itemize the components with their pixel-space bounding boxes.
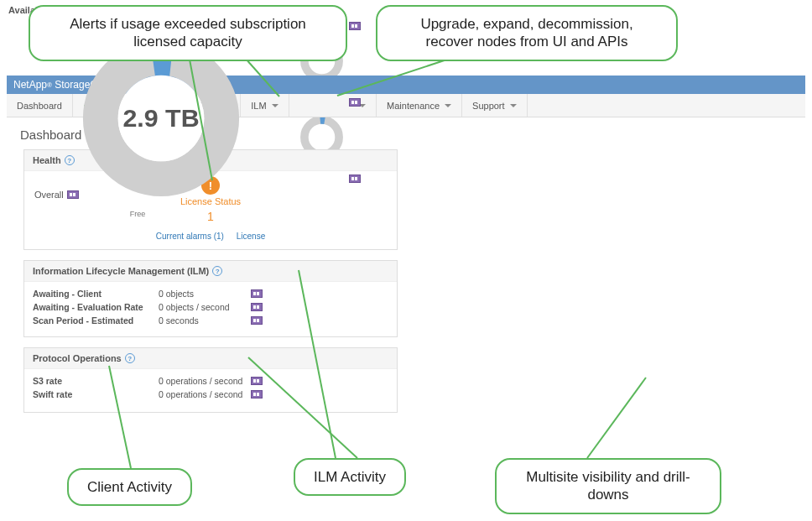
chevron-down-icon xyxy=(272,104,278,107)
callout-client-activity: Client Activity xyxy=(67,468,192,506)
ilm-row: Awaiting - Client 0 objects xyxy=(33,289,388,299)
free-label: Free xyxy=(8,210,267,218)
nav-configuration[interactable]: Configuration xyxy=(289,94,377,117)
chart-icon[interactable] xyxy=(251,390,263,399)
chart-icon[interactable] xyxy=(67,190,79,199)
protocol-row: S3 rate 0 operations / second xyxy=(33,376,388,386)
protocol-panel: Protocol Operations ? S3 rate 0 operatio… xyxy=(23,347,398,413)
chart-icon[interactable] xyxy=(251,316,263,325)
chart-icon[interactable] xyxy=(349,175,361,183)
chevron-down-icon xyxy=(445,104,451,107)
overall-label: Overall xyxy=(34,190,64,200)
ilm-row: Awaiting - Evaluation Rate 0 objects / s… xyxy=(33,302,388,312)
help-icon[interactable]: ? xyxy=(125,353,135,363)
ilm-row: Scan Period - Estimated 0 seconds xyxy=(33,315,388,326)
callout-alerts: Alerts if usage exceeded subscription li… xyxy=(29,5,347,61)
callout-maintenance: Upgrade, expand, decommission, recover n… xyxy=(376,5,678,61)
chevron-down-icon xyxy=(510,104,517,107)
ilm-panel: Information Lifecycle Management (ILM) ?… xyxy=(23,260,398,337)
chart-icon[interactable] xyxy=(349,22,361,30)
chart-icon[interactable] xyxy=(251,377,263,385)
callout-multisite: Multisite visibility and drill-downs xyxy=(495,458,721,514)
chart-icon[interactable] xyxy=(349,98,361,107)
protocol-header: Protocol Operations ? xyxy=(24,348,397,369)
nav-maintenance[interactable]: Maintenance xyxy=(377,94,462,117)
overall-total: 2.9 TB xyxy=(122,103,199,132)
nav-support[interactable]: Support xyxy=(462,94,528,117)
ilm-header: Information Lifecycle Management (ILM) ? xyxy=(24,261,397,282)
overall-donut: 2.9 TB xyxy=(81,39,241,198)
chart-icon[interactable] xyxy=(251,303,263,311)
help-icon[interactable]: ? xyxy=(212,266,222,276)
protocol-row: Swift rate 0 operations / second xyxy=(33,389,388,399)
chart-icon[interactable] xyxy=(251,289,263,298)
callout-ilm-activity: ILM Activity xyxy=(294,458,406,496)
